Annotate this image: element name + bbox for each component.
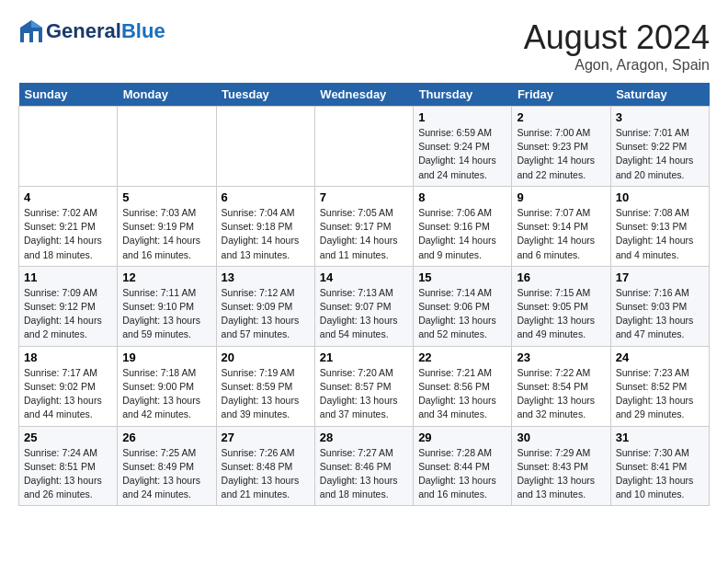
day-info: Sunrise: 7:18 AM Sunset: 9:00 PM Dayligh… xyxy=(122,366,210,422)
day-number: 22 xyxy=(418,350,506,364)
calendar-cell: 13Sunrise: 7:12 AM Sunset: 9:09 PM Dayli… xyxy=(216,266,314,346)
day-header-thursday: Thursday xyxy=(414,83,512,107)
day-number: 24 xyxy=(616,350,704,364)
calendar-cell: 26Sunrise: 7:25 AM Sunset: 8:49 PM Dayli… xyxy=(118,426,216,506)
day-info: Sunrise: 7:16 AM Sunset: 9:03 PM Dayligh… xyxy=(616,286,704,342)
day-number: 5 xyxy=(122,190,210,204)
day-info: Sunrise: 7:05 AM Sunset: 9:17 PM Dayligh… xyxy=(320,206,408,262)
logo-blue: Blue xyxy=(121,19,165,42)
calendar-table: SundayMondayTuesdayWednesdayThursdayFrid… xyxy=(18,83,710,506)
day-header-wednesday: Wednesday xyxy=(314,83,413,107)
day-info: Sunrise: 7:30 AM Sunset: 8:41 PM Dayligh… xyxy=(616,446,704,502)
day-header-tuesday: Tuesday xyxy=(216,83,314,107)
day-number: 14 xyxy=(320,270,408,284)
day-number: 23 xyxy=(517,350,605,364)
day-info: Sunrise: 7:14 AM Sunset: 9:06 PM Dayligh… xyxy=(418,286,506,342)
day-number: 6 xyxy=(222,190,310,204)
day-info: Sunrise: 7:04 AM Sunset: 9:18 PM Dayligh… xyxy=(222,206,310,262)
day-number: 30 xyxy=(517,431,605,444)
day-number: 18 xyxy=(24,350,112,364)
calendar-cell: 12Sunrise: 7:11 AM Sunset: 9:10 PM Dayli… xyxy=(118,266,216,346)
day-number: 7 xyxy=(320,190,408,204)
calendar-cell: 21Sunrise: 7:20 AM Sunset: 8:57 PM Dayli… xyxy=(314,346,413,426)
day-number: 28 xyxy=(320,431,408,444)
calendar-cell: 14Sunrise: 7:13 AM Sunset: 9:07 PM Dayli… xyxy=(314,266,413,346)
calendar-cell: 8Sunrise: 7:06 AM Sunset: 9:16 PM Daylig… xyxy=(414,186,512,266)
title-block: August 2024 Agon, Aragon, Spain xyxy=(524,18,710,74)
calendar-cell: 1Sunrise: 6:59 AM Sunset: 9:24 PM Daylig… xyxy=(414,107,512,187)
day-info: Sunrise: 7:06 AM Sunset: 9:16 PM Dayligh… xyxy=(418,206,506,262)
day-number: 17 xyxy=(616,270,704,284)
day-info: Sunrise: 7:13 AM Sunset: 9:07 PM Dayligh… xyxy=(320,286,408,342)
calendar-cell: 25Sunrise: 7:24 AM Sunset: 8:51 PM Dayli… xyxy=(19,426,118,506)
day-info: Sunrise: 7:29 AM Sunset: 8:43 PM Dayligh… xyxy=(517,446,605,502)
calendar-cell: 30Sunrise: 7:29 AM Sunset: 8:43 PM Dayli… xyxy=(512,426,610,506)
calendar-cell: 17Sunrise: 7:16 AM Sunset: 9:03 PM Dayli… xyxy=(610,266,709,346)
day-header-friday: Friday xyxy=(512,83,610,107)
calendar-cell: 18Sunrise: 7:17 AM Sunset: 9:02 PM Dayli… xyxy=(19,346,118,426)
day-number: 15 xyxy=(418,270,506,284)
day-number: 12 xyxy=(122,270,210,284)
logo-text-block: GeneralBlue xyxy=(46,20,165,42)
day-info: Sunrise: 7:24 AM Sunset: 8:51 PM Dayligh… xyxy=(24,446,112,502)
day-info: Sunrise: 7:23 AM Sunset: 8:52 PM Dayligh… xyxy=(616,366,704,422)
logo: GeneralBlue xyxy=(18,18,165,44)
subtitle: Agon, Aragon, Spain xyxy=(524,57,710,74)
calendar-cell: 16Sunrise: 7:15 AM Sunset: 9:05 PM Dayli… xyxy=(512,266,610,346)
day-info: Sunrise: 7:21 AM Sunset: 8:56 PM Dayligh… xyxy=(418,366,506,422)
day-info: Sunrise: 7:28 AM Sunset: 8:44 PM Dayligh… xyxy=(418,446,506,502)
calendar-cell: 15Sunrise: 7:14 AM Sunset: 9:06 PM Dayli… xyxy=(414,266,512,346)
day-number: 16 xyxy=(517,270,605,284)
calendar-cell: 3Sunrise: 7:01 AM Sunset: 9:22 PM Daylig… xyxy=(610,107,709,187)
day-info: Sunrise: 7:07 AM Sunset: 9:14 PM Dayligh… xyxy=(517,206,605,262)
day-info: Sunrise: 7:19 AM Sunset: 8:59 PM Dayligh… xyxy=(222,366,310,422)
day-number: 25 xyxy=(24,431,112,444)
calendar-cell xyxy=(19,107,118,187)
week-row-2: 4Sunrise: 7:02 AM Sunset: 9:21 PM Daylig… xyxy=(19,186,710,266)
calendar-cell: 24Sunrise: 7:23 AM Sunset: 8:52 PM Dayli… xyxy=(610,346,709,426)
day-number: 2 xyxy=(517,110,605,124)
calendar-cell: 7Sunrise: 7:05 AM Sunset: 9:17 PM Daylig… xyxy=(314,186,413,266)
logo-general: General xyxy=(46,19,121,42)
calendar-cell: 22Sunrise: 7:21 AM Sunset: 8:56 PM Dayli… xyxy=(414,346,512,426)
day-info: Sunrise: 7:01 AM Sunset: 9:22 PM Dayligh… xyxy=(616,126,704,182)
logo-icon xyxy=(18,18,44,44)
day-info: Sunrise: 7:03 AM Sunset: 9:19 PM Dayligh… xyxy=(122,206,210,262)
calendar-cell xyxy=(314,107,413,187)
day-header-saturday: Saturday xyxy=(610,83,709,107)
week-row-3: 11Sunrise: 7:09 AM Sunset: 9:12 PM Dayli… xyxy=(19,266,710,346)
day-header-monday: Monday xyxy=(118,83,216,107)
calendar-cell: 27Sunrise: 7:26 AM Sunset: 8:48 PM Dayli… xyxy=(216,426,314,506)
calendar-cell: 6Sunrise: 7:04 AM Sunset: 9:18 PM Daylig… xyxy=(216,186,314,266)
day-number: 31 xyxy=(616,431,704,444)
calendar-cell: 23Sunrise: 7:22 AM Sunset: 8:54 PM Dayli… xyxy=(512,346,610,426)
day-info: Sunrise: 7:12 AM Sunset: 9:09 PM Dayligh… xyxy=(222,286,310,342)
calendar-cell: 19Sunrise: 7:18 AM Sunset: 9:00 PM Dayli… xyxy=(118,346,216,426)
calendar-cell: 11Sunrise: 7:09 AM Sunset: 9:12 PM Dayli… xyxy=(19,266,118,346)
calendar-cell: 20Sunrise: 7:19 AM Sunset: 8:59 PM Dayli… xyxy=(216,346,314,426)
day-info: Sunrise: 7:15 AM Sunset: 9:05 PM Dayligh… xyxy=(517,286,605,342)
day-number: 26 xyxy=(122,431,210,444)
calendar-cell: 9Sunrise: 7:07 AM Sunset: 9:14 PM Daylig… xyxy=(512,186,610,266)
day-number: 1 xyxy=(418,110,506,124)
day-number: 21 xyxy=(320,350,408,364)
calendar-cell xyxy=(216,107,314,187)
day-number: 29 xyxy=(418,431,506,444)
day-number: 9 xyxy=(517,190,605,204)
svg-rect-3 xyxy=(33,31,39,42)
day-info: Sunrise: 7:20 AM Sunset: 8:57 PM Dayligh… xyxy=(320,366,408,422)
day-number: 4 xyxy=(24,190,112,204)
day-info: Sunrise: 6:59 AM Sunset: 9:24 PM Dayligh… xyxy=(418,126,506,182)
svg-rect-2 xyxy=(24,33,29,42)
day-number: 13 xyxy=(222,270,310,284)
day-number: 8 xyxy=(418,190,506,204)
day-number: 10 xyxy=(616,190,704,204)
day-info: Sunrise: 7:02 AM Sunset: 9:21 PM Dayligh… xyxy=(24,206,112,262)
day-info: Sunrise: 7:11 AM Sunset: 9:10 PM Dayligh… xyxy=(122,286,210,342)
day-number: 3 xyxy=(616,110,704,124)
day-info: Sunrise: 7:17 AM Sunset: 9:02 PM Dayligh… xyxy=(24,366,112,422)
day-info: Sunrise: 7:00 AM Sunset: 9:23 PM Dayligh… xyxy=(517,126,605,182)
calendar-cell: 4Sunrise: 7:02 AM Sunset: 9:21 PM Daylig… xyxy=(19,186,118,266)
day-info: Sunrise: 7:26 AM Sunset: 8:48 PM Dayligh… xyxy=(222,446,310,502)
page-header: GeneralBlue August 2024 Agon, Aragon, Sp… xyxy=(18,18,710,74)
